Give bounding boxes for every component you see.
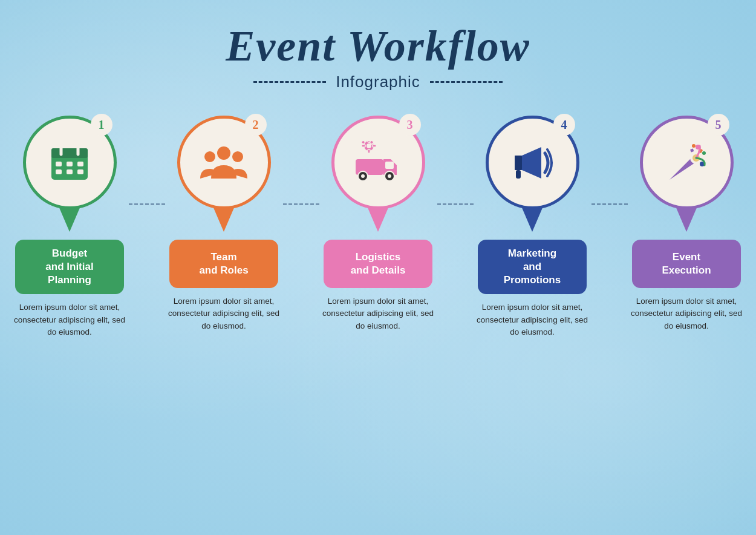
svg-rect-14 [385,162,394,169]
step-2-circle: 2 [177,116,271,209]
page-wrapper: Event Workflow Infographic 1 [0,0,756,535]
step-1-number: 1 [91,114,112,136]
step-4-icon [507,137,558,188]
main-title: Event Workflow [226,24,530,68]
connector-3-4 [437,203,474,205]
step-2-bubble: 2 [175,116,272,234]
subtitle: Infographic [336,73,420,91]
svg-point-33 [692,144,696,148]
svg-rect-36 [690,148,694,152]
step-1-circle: 1 [23,116,117,209]
step-4-label-box: MarketingandPromotions [478,240,587,294]
step-4-bubble: 4 [484,116,581,234]
step-5-number: 5 [708,114,729,136]
step-3-pin [367,206,389,232]
step-2-label: Teamand Roles [199,251,248,277]
connector-4-5 [591,203,628,205]
step-3-col: 3 [319,116,437,332]
step-5-desc: Lorem ipsum dolor sit amet, consectetur … [631,295,743,332]
step-5-label: EventExecution [662,251,711,277]
step-5-icon [661,137,712,188]
step-1-pin [59,206,80,232]
step-4-desc: Lorem ipsum dolor sit amet, consectetur … [477,301,588,338]
svg-rect-7 [56,169,62,174]
step-4-number: 4 [553,114,575,136]
svg-rect-23 [362,145,365,147]
step-3-circle: 3 [331,116,425,209]
step-1-desc: Lorem ipsum dolor sit amet, consectetur … [14,301,126,338]
svg-point-11 [204,151,215,162]
svg-rect-27 [515,156,522,170]
step-1-label: Budgetand InitialPlanning [45,247,93,287]
svg-point-20 [367,143,371,148]
step-4-circle: 4 [486,116,579,209]
step-2-desc: Lorem ipsum dolor sit amet, consectetur … [168,295,280,332]
connector-1-2 [129,203,165,205]
svg-rect-1 [51,148,88,158]
step-5-bubble: 5 [638,116,735,234]
svg-rect-4 [56,162,62,166]
step-1-icon [44,137,96,188]
step-5-circle: 5 [640,116,734,209]
step-5-pin [676,206,697,232]
step-4-col: 4 [474,116,591,338]
svg-rect-5 [67,162,73,166]
step-1-label-box: Budgetand InitialPlanning [15,240,124,294]
dashed-line-right [430,81,503,83]
svg-point-16 [361,174,365,178]
svg-rect-9 [77,169,83,174]
step-3-icon [353,137,404,188]
svg-point-10 [217,146,230,160]
step-4-pin [521,206,543,232]
step-2-icon [198,137,250,188]
svg-rect-22 [368,149,370,153]
step-2-col: 2 [165,116,283,332]
step-2-number: 2 [245,114,267,136]
svg-point-12 [232,151,243,162]
svg-point-32 [702,151,706,155]
svg-rect-28 [516,170,521,179]
steps-container: 1 [36,116,720,338]
dashed-line-left [253,81,326,83]
svg-point-18 [388,174,391,178]
step-4-label: MarketingandPromotions [504,247,561,287]
svg-rect-6 [77,162,83,166]
step-3-bubble: 3 [330,116,426,234]
step-3-desc: Lorem ipsum dolor sit amet, consectetur … [322,295,434,332]
step-3-number: 3 [399,114,421,136]
step-2-label-box: Teamand Roles [169,240,278,288]
step-1-bubble: 1 [21,116,118,234]
step-2-pin [213,206,235,232]
connector-2-3 [283,203,319,205]
step-3-label-box: Logisticsand Details [324,240,432,288]
svg-rect-8 [67,169,73,174]
step-3-label: Logisticsand Details [351,251,406,277]
step-5-col: 5 [628,116,746,332]
step-1-col: 1 [11,116,129,338]
step-5-label-box: EventExecution [632,240,741,288]
svg-rect-24 [373,145,376,147]
subtitle-row: Infographic [253,73,503,91]
